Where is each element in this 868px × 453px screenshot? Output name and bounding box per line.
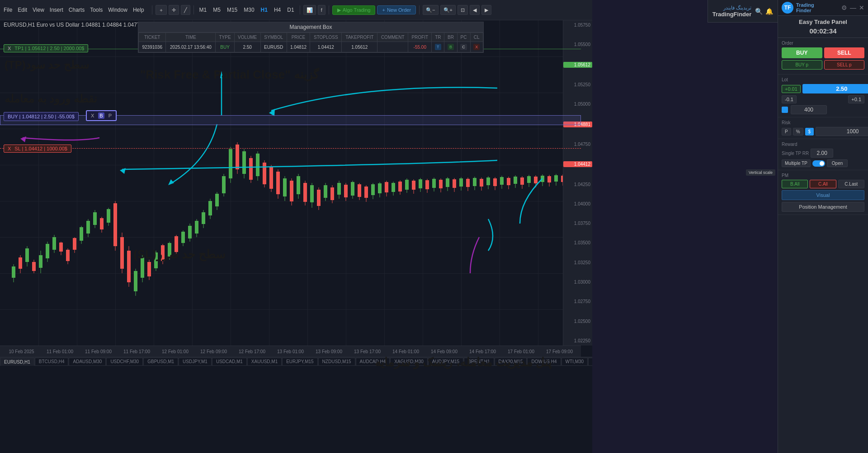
c-all-btn[interactable]: C.All [810, 180, 836, 188]
scroll-left-btn[interactable]: ◀ [470, 5, 480, 15]
cell-br[interactable]: B [444, 42, 457, 52]
tab-usdcad-m1[interactable]: USDCAD,M1 [212, 358, 247, 366]
panel-annotation: پنل مدیریت معامله، ریسک و سرمایه [375, 355, 552, 369]
tr-btn[interactable]: T [435, 44, 441, 50]
lot-minus-01-btn[interactable]: -0.1 [782, 95, 797, 103]
time-2: 11 Feb 01:00 [41, 349, 79, 354]
crosshair-btn[interactable]: ✛ [169, 5, 179, 15]
tab-usdjpy-m1[interactable]: USDJPY,M1 [179, 358, 212, 366]
cell-ticket: 92391036 [139, 42, 166, 52]
tf-m30[interactable]: M30 [241, 6, 256, 14]
tab-btcusd-h4[interactable]: BTCUSD,H4 [35, 358, 69, 366]
tab-nzdusd-m15[interactable]: NZDUSD,M15 [318, 358, 355, 366]
svg-rect-155 [534, 177, 538, 183]
tab-eurusd-h1[interactable]: EURUSD,H1 [0, 358, 34, 366]
risk-dollar-btn[interactable]: $ [805, 128, 814, 135]
tf-m15[interactable]: M15 [225, 6, 240, 14]
menu-window[interactable]: Window [108, 7, 127, 13]
cell-cl[interactable]: X [470, 42, 483, 52]
svg-rect-129 [446, 178, 449, 187]
algo-trading-btn[interactable]: ▶ Algo Trading [332, 5, 376, 15]
fit-btn[interactable]: ⊡ [458, 5, 468, 15]
new-chart-btn[interactable]: ＋ [156, 5, 167, 15]
b-all-btn[interactable]: B.All [782, 180, 808, 188]
cell-tr[interactable]: T [432, 42, 444, 52]
notification-icon[interactable]: 🔔 [765, 8, 773, 15]
tab-sp500-h1[interactable]: SP500,H1 [588, 358, 592, 366]
cell-pc[interactable]: C [457, 42, 470, 52]
svg-rect-7 [32, 262, 36, 271]
position-management-btn[interactable]: Position Management [782, 202, 864, 212]
col-pc: PC [457, 33, 470, 42]
menu-charts[interactable]: Charts [69, 7, 85, 13]
zoom-in-btn[interactable]: 🔍+ [440, 5, 456, 15]
reward-label: Reward [782, 142, 864, 147]
lot-checkbox[interactable] [782, 107, 788, 113]
sl-label[interactable]: X SL | 1.04412 | 1000.00$ [4, 145, 71, 153]
tp-close-btn[interactable]: X [8, 46, 11, 51]
buy-pending-button[interactable]: BUY p [782, 60, 822, 70]
multiple-tp-btn[interactable]: Multiple TP [782, 159, 811, 167]
entry-b-btn[interactable]: B [98, 112, 104, 119]
line-btn[interactable]: ╱ [181, 5, 190, 15]
svg-rect-25 [93, 212, 97, 225]
buy-button[interactable]: BUY [782, 47, 822, 58]
indicator-btn[interactable]: f [318, 5, 326, 15]
lot-plus-001-btn[interactable]: +0.01 [782, 85, 801, 93]
menu-file[interactable]: File [4, 7, 12, 13]
svg-rect-115 [398, 182, 402, 191]
tf-h4[interactable]: H4 [272, 6, 283, 14]
entry-label[interactable]: BUY | 1.04812 | 2.50 | -55.00$ [4, 112, 79, 121]
cl-btn[interactable]: X [473, 44, 480, 50]
svg-rect-109 [378, 183, 382, 193]
menu-edit[interactable]: Edit [18, 7, 27, 13]
c-last-btn[interactable]: C.Last [838, 180, 864, 188]
panel-brand: TF TradingFinder [782, 2, 814, 14]
close-btn[interactable]: ✕ [859, 4, 864, 11]
menu-help[interactable]: Help [133, 7, 144, 13]
tab-xauusd-m1[interactable]: XAUUSD,M1 [247, 358, 282, 366]
pc-btn[interactable]: C [460, 44, 467, 50]
sell-button[interactable]: SELL [824, 47, 865, 58]
lot-plus-01-btn[interactable]: +0.1 [848, 95, 864, 103]
svg-rect-17 [66, 250, 70, 261]
price-9: 1.03500 [563, 240, 592, 245]
tab-eurjpy-m15[interactable]: EURJPY,M15 [282, 358, 317, 366]
tf-h1[interactable]: H1 [259, 6, 270, 14]
menu-view[interactable]: View [33, 7, 44, 13]
sell-pending-button[interactable]: SELL p [824, 60, 865, 70]
minimize-btn[interactable]: — [850, 4, 856, 11]
new-order-btn[interactable]: + New Order [377, 5, 416, 14]
br-btn[interactable]: B [448, 44, 454, 50]
sl-close-btn[interactable]: X [8, 146, 11, 151]
entry-x-btn[interactable]: X [90, 112, 95, 119]
visual-btn[interactable]: Visual [782, 190, 864, 200]
lot-input[interactable] [802, 84, 868, 93]
risk-input[interactable] [816, 127, 868, 136]
zoom-out-btn[interactable]: 🔍− [423, 5, 438, 15]
tf-d1[interactable]: D1 [285, 6, 296, 14]
tp-label[interactable]: X TP1 | 1.05612 | 2.50 | 2000.00$ [4, 44, 88, 52]
tf-m5[interactable]: M5 [211, 6, 223, 14]
risk-p-btn[interactable]: P [782, 128, 791, 135]
tab-adausd-m30[interactable]: ADAUSD,M30 [69, 358, 106, 366]
lot-value-input[interactable] [791, 105, 827, 114]
tf-m1[interactable]: M1 [197, 6, 209, 14]
single-tp-input[interactable] [811, 149, 833, 158]
price-4: 1.05000 [563, 102, 592, 107]
tab-wti-m30[interactable]: WTI,M30 [561, 358, 588, 366]
menu-insert[interactable]: Insert [50, 7, 63, 13]
scroll-right-btn[interactable]: ▶ [481, 5, 491, 15]
chart-type-btn[interactable]: 📊 [303, 5, 316, 15]
svg-rect-99 [344, 185, 348, 197]
multiple-tp-toggle[interactable] [812, 160, 825, 167]
open-btn[interactable]: Open [827, 159, 848, 167]
search-icon[interactable]: 🔍 [755, 8, 763, 15]
menu-tools[interactable]: Tools [90, 7, 103, 13]
entry-p-btn[interactable]: P [107, 112, 113, 119]
settings-btn[interactable]: ⚙ [841, 4, 847, 11]
tab-gbpusd-m1[interactable]: GBPUSD,M1 [143, 358, 178, 366]
tab-usdchf-m30[interactable]: USDCHF,M30 [106, 358, 143, 366]
price-tp-highlight: 1.05612 [563, 62, 592, 68]
risk-pct-btn[interactable]: % [793, 128, 803, 135]
